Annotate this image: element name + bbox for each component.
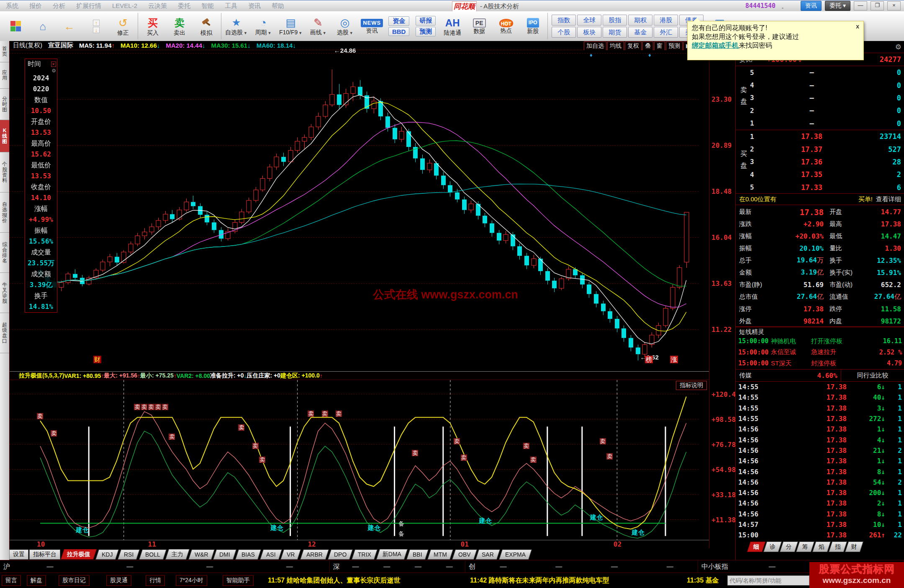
detail-tab-分[interactable]: 分 xyxy=(780,542,798,552)
kline-chart[interactable] xyxy=(10,50,709,372)
news-ticker[interactable]: 11:35 基金 xyxy=(687,576,719,585)
menu-item[interactable]: 报价 xyxy=(29,2,42,10)
funds-bbd-buttons[interactable]: 资金BBD xyxy=(385,11,412,41)
bottom-button-股市日记[interactable]: 股市日记 xyxy=(59,575,90,586)
bell-icon[interactable] xyxy=(779,3,786,9)
chart-tool-button[interactable]: 叠 xyxy=(642,41,653,51)
market-button-指数[interactable]: 指数 xyxy=(552,15,576,26)
tab-ARBR[interactable]: ARBR xyxy=(300,549,329,560)
bottom-button-解盘[interactable]: 解盘 xyxy=(27,575,46,586)
tab-W&R[interactable]: W&R xyxy=(188,549,214,560)
tab-MTM[interactable]: MTM xyxy=(427,549,453,560)
tooltip-close-icon[interactable]: x xyxy=(856,23,859,30)
indicator-help-button[interactable]: 指标说明 xyxy=(676,381,707,390)
news-ticker[interactable]: 11:42 路特斯将在未来两年内再推两款纯电车型 xyxy=(470,576,609,585)
chevron-down-icon[interactable]: ▼ xyxy=(267,31,271,35)
shirt-skin-icon[interactable] xyxy=(790,3,797,9)
up-down-icon[interactable]: ↑↓ xyxy=(83,11,110,41)
tab-RSI[interactable]: RSI xyxy=(118,549,140,560)
menu-item[interactable]: 工具 xyxy=(225,2,237,10)
funds-bbd-buttons-top[interactable]: 资金 xyxy=(388,16,410,26)
market-button-期权[interactable]: 期权 xyxy=(628,15,652,26)
detail-tab-指[interactable]: 指 xyxy=(829,542,847,552)
menu-item[interactable]: 帮助 xyxy=(272,2,284,10)
market-button-期货[interactable]: 期货 xyxy=(603,27,627,38)
sidebar-item-首页[interactable]: 首页 xyxy=(0,41,9,62)
market-button-港股[interactable]: 港股 xyxy=(654,15,678,26)
home-icon[interactable]: ⌂ xyxy=(29,11,56,41)
tab-新DMA[interactable]: 新DMA xyxy=(376,549,408,560)
zixun-button[interactable]: 资讯 xyxy=(801,1,822,11)
sidebar-item-综合排名[interactable]: 综合排名 xyxy=(0,233,9,273)
tab-设置[interactable]: 设置 xyxy=(9,549,28,560)
hot-button[interactable]: HOT热点 xyxy=(493,11,519,41)
market-button-外汇[interactable]: 外汇 xyxy=(654,27,678,38)
watchlist-button[interactable]: ★自选股▼ xyxy=(223,11,250,41)
sidebar-item-自选报价[interactable]: 自选报价 xyxy=(0,193,9,233)
pe-button[interactable]: PE数据 xyxy=(466,11,493,41)
chevron-down-icon[interactable]: ▼ xyxy=(298,31,302,35)
menu-item[interactable]: LEVEL-2 xyxy=(112,2,137,10)
index-group-深[interactable]: 深———— xyxy=(330,560,465,573)
tab-指标平台[interactable]: 指标平台 xyxy=(29,549,60,560)
ah-button[interactable]: AH陆港通 xyxy=(439,11,466,41)
bottom-button-智能助手[interactable]: 智能助手 xyxy=(223,575,254,586)
market-button-股指[interactable]: 股指 xyxy=(603,15,627,26)
detail-tab-细[interactable]: 细 xyxy=(747,542,765,552)
tab-BOLL[interactable]: BOLL xyxy=(139,549,167,560)
menu-item[interactable]: 分析 xyxy=(53,2,65,10)
bind-email-link[interactable]: 绑定邮箱或手机 xyxy=(692,42,739,49)
buy-button[interactable]: 买买入 xyxy=(139,11,166,41)
bottom-button-7*24小时[interactable]: 7*24小时 xyxy=(176,575,207,586)
industry-cell[interactable]: 传媒 4.60% xyxy=(736,370,841,381)
info-panel-gear-icon[interactable]: ⚙ xyxy=(25,69,57,73)
layout-grid-icon[interactable] xyxy=(3,11,29,41)
menu-item[interactable]: 智能 xyxy=(201,2,214,10)
report-forecast-buttons-top[interactable]: 研报 xyxy=(416,16,436,26)
minimize-button[interactable]: — xyxy=(854,1,867,10)
sidebar-item-个股资料[interactable]: 个股资料 xyxy=(0,152,9,193)
close-button[interactable]: × xyxy=(887,1,901,10)
tab-拉升极值[interactable]: 拉升极值 xyxy=(61,549,97,560)
indicator-chart[interactable] xyxy=(10,380,709,540)
down-arrow-icon[interactable]: ↓ xyxy=(93,27,100,33)
draw-line-button[interactable]: ✎画线▼ xyxy=(305,11,331,41)
panel-gear-icon[interactable]: ⚙ xyxy=(895,43,901,51)
news-button[interactable]: NEWS资讯 xyxy=(358,11,385,41)
industry-compare-button[interactable]: 同行业比较 xyxy=(841,370,904,381)
zhang-badge[interactable]: 涨 xyxy=(670,356,678,363)
simulate-button[interactable]: 模拟 xyxy=(193,11,220,41)
correct-button[interactable]: ↺修正 xyxy=(110,11,136,41)
tab-BIAS[interactable]: BIAS xyxy=(235,549,261,560)
sidebar-item-K线图[interactable]: K线图 xyxy=(0,120,9,152)
view-detail-link[interactable]: 查看详细 xyxy=(876,195,901,203)
chevron-down-icon[interactable]: ▼ xyxy=(244,31,247,35)
market-button-个股[interactable]: 个股 xyxy=(552,27,576,38)
bottom-button-股灵通[interactable]: 股灵通 xyxy=(106,575,131,586)
chart-tool-button[interactable]: 加自选 xyxy=(584,41,606,51)
tab-EXPMA[interactable]: EXPMA xyxy=(499,549,532,560)
code-search-input[interactable] xyxy=(727,575,809,585)
chevron-down-icon[interactable]: ▼ xyxy=(323,31,326,35)
up-arrow-icon[interactable]: ↑ xyxy=(93,20,100,26)
info-panel-close-icon[interactable]: × xyxy=(51,62,56,67)
funds-bbd-buttons-bottom[interactable]: BBD xyxy=(388,27,410,36)
chart-tool-button[interactable]: 复权 xyxy=(625,41,642,51)
menu-item[interactable]: 资讯 xyxy=(248,2,261,10)
period-button[interactable]: ◔周期▼ xyxy=(250,11,277,41)
index-group-创[interactable]: 创———— xyxy=(465,560,698,573)
tab-KDJ[interactable]: KDJ xyxy=(95,549,119,560)
back-icon[interactable]: ← xyxy=(56,11,83,41)
chart-period[interactable]: 日线(复权) xyxy=(13,41,42,49)
tab-DMI[interactable]: DMI xyxy=(213,549,236,560)
detail-tab-筹[interactable]: 筹 xyxy=(796,542,814,552)
menu-item[interactable]: 扩展行情 xyxy=(76,2,101,10)
market-button-全球[interactable]: 全球 xyxy=(577,15,601,26)
chart-tool-button[interactable]: 预测 xyxy=(666,41,683,51)
report-forecast-buttons[interactable]: 研报预测 xyxy=(412,11,439,41)
tab-主力[interactable]: 主力 xyxy=(165,549,190,560)
tab-TRIX[interactable]: TRIX xyxy=(352,549,378,560)
chart-tool-button[interactable]: 窗 xyxy=(654,41,665,51)
detail-tab-财[interactable]: 财 xyxy=(845,542,863,552)
f10-button[interactable]: ▤F10/F9▼ xyxy=(277,11,305,41)
